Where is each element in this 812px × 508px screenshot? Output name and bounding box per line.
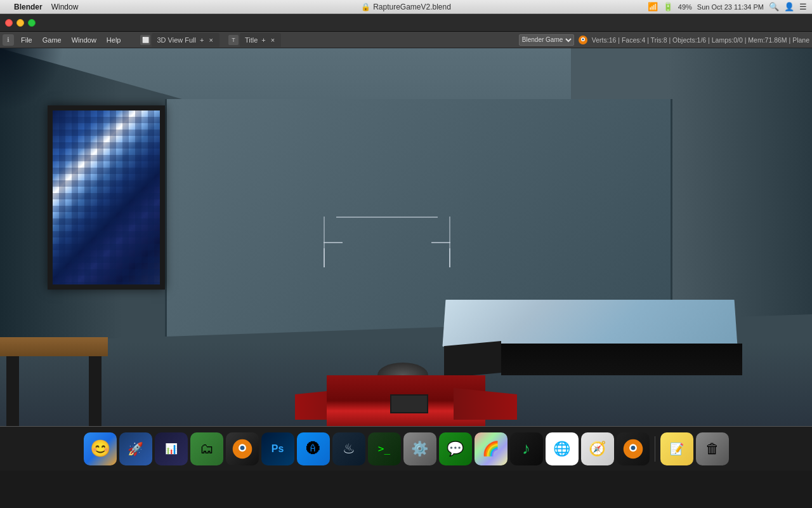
char-right-arm bbox=[454, 388, 517, 420]
area2-plus[interactable]: + bbox=[260, 36, 266, 44]
dock-blender-app[interactable] bbox=[226, 432, 259, 465]
area1-tab[interactable]: 3D View Full + × bbox=[152, 33, 219, 47]
svg-point-5 bbox=[240, 445, 244, 450]
sel-corner-bl bbox=[324, 248, 325, 267]
area2-label: Title bbox=[245, 36, 258, 44]
area2-tab[interactable]: Title + × bbox=[240, 33, 281, 47]
svg-point-8 bbox=[631, 445, 635, 450]
dock-blender2[interactable] bbox=[617, 432, 650, 465]
clock: Sun Oct 23 11:34 PM bbox=[697, 3, 764, 11]
viewport-3d[interactable] bbox=[0, 48, 812, 426]
dock-system-prefs[interactable]: ⚙️ bbox=[403, 432, 436, 465]
dock-finder[interactable]: 😊 bbox=[84, 432, 117, 465]
table-object bbox=[0, 299, 108, 426]
search-icon[interactable]: 🔍 bbox=[769, 2, 779, 11]
dock-files[interactable]: 🗂 bbox=[190, 432, 223, 465]
mac-menu-left: Blender Window bbox=[5, 3, 78, 11]
sel-corner-tl bbox=[324, 242, 343, 243]
table-surface bbox=[0, 337, 108, 356]
corner-shadow bbox=[0, 48, 63, 112]
window-menu-blender[interactable]: Window bbox=[67, 35, 101, 45]
player-character bbox=[295, 369, 517, 426]
battery-icon: 🔋 bbox=[663, 2, 673, 11]
dock-messages[interactable]: 💬 bbox=[439, 432, 472, 465]
area1-icon: ⬜ bbox=[140, 35, 150, 45]
dock-separator bbox=[655, 436, 655, 462]
area1-label: 3D View Full bbox=[157, 36, 196, 44]
dock-activity-monitor[interactable]: 📊 bbox=[155, 432, 188, 465]
table-leg-left bbox=[6, 356, 19, 426]
sel-top-edge bbox=[336, 217, 438, 218]
mac-menu-right: 📶 🔋 49% Sun Oct 23 11:34 PM 🔍 👤 ☰ bbox=[648, 2, 807, 11]
info-icon: ℹ bbox=[3, 34, 14, 46]
dock-chrome[interactable]: 🌐 bbox=[546, 432, 579, 465]
mac-titlebar: Blender Window 🔒 RaptureGameV2.blend 📶 🔋… bbox=[0, 0, 812, 14]
dock-launchpad[interactable]: 🚀 bbox=[119, 432, 152, 465]
app-name-label[interactable]: Blender bbox=[14, 3, 43, 11]
blender-stats: Verts:16 | Faces:4 | Tris:8 | Objects:1/… bbox=[592, 36, 809, 44]
list-icon[interactable]: ☰ bbox=[799, 2, 807, 11]
dock-safari[interactable]: 🧭 bbox=[581, 432, 614, 465]
dock-steam[interactable]: ♨ bbox=[332, 432, 365, 465]
bed-side-face bbox=[501, 344, 742, 375]
area2-icon: T bbox=[228, 35, 239, 45]
svg-point-2 bbox=[582, 38, 584, 40]
selection-outline bbox=[324, 217, 450, 267]
mac-dock: 😊 🚀 📊 🗂 Ps 🅐 ♨ >_ ⚙️ 💬 🌈 ♪ 🌐 🧭 📝 🗑 bbox=[0, 426, 812, 471]
engine-selector[interactable]: Blender Game bbox=[519, 34, 574, 46]
title-icon: 🔒 bbox=[361, 3, 370, 11]
table-leg-right bbox=[89, 356, 102, 426]
area1-plus[interactable]: + bbox=[199, 36, 205, 44]
window-title: RaptureGameV2.blend bbox=[373, 3, 451, 11]
battery-percent: 49% bbox=[678, 3, 692, 11]
area1-close[interactable]: × bbox=[207, 36, 214, 44]
dock-photos[interactable]: 🌈 bbox=[475, 432, 508, 465]
dock-terminal[interactable]: >_ bbox=[368, 432, 401, 465]
bed-surface bbox=[442, 300, 737, 347]
blender-menu-left: ℹ File Game Window Help ⬜ 3D View Full +… bbox=[3, 33, 518, 47]
char-detail bbox=[390, 394, 428, 413]
bed-object bbox=[444, 299, 761, 375]
sel-corner-tr bbox=[431, 242, 450, 243]
room-window-frame bbox=[48, 105, 165, 290]
dock-trash[interactable]: 🗑 bbox=[696, 432, 729, 465]
window-pixel-art bbox=[53, 110, 160, 284]
window-title-bar: 🔒 RaptureGameV2.blend bbox=[361, 3, 451, 11]
minimize-button[interactable] bbox=[16, 19, 24, 27]
area2-close[interactable]: × bbox=[270, 36, 276, 44]
dock-notes[interactable]: 📝 bbox=[660, 432, 693, 465]
window-menu[interactable]: Window bbox=[51, 3, 79, 11]
file-menu[interactable]: File bbox=[16, 35, 37, 45]
dock-photoshop[interactable]: Ps bbox=[261, 432, 294, 465]
dock-app-store[interactable]: 🅐 bbox=[297, 432, 330, 465]
user-icon[interactable]: 👤 bbox=[784, 2, 794, 11]
blender-menubar: ℹ File Game Window Help ⬜ 3D View Full +… bbox=[0, 32, 812, 48]
close-button[interactable] bbox=[5, 19, 13, 27]
blender-logo-icon bbox=[578, 35, 588, 45]
window-texture bbox=[53, 110, 160, 284]
game-menu[interactable]: Game bbox=[38, 35, 66, 45]
window-chrome bbox=[0, 14, 812, 32]
sel-corner-br bbox=[449, 248, 450, 267]
wifi-icon: 📶 bbox=[648, 2, 658, 11]
dock-spotify[interactable]: ♪ bbox=[510, 432, 543, 465]
blender-menu-right: Blender Game Verts:16 | Faces:4 | Tris:8… bbox=[519, 34, 809, 46]
help-menu[interactable]: Help bbox=[102, 35, 126, 45]
maximize-button[interactable] bbox=[28, 19, 36, 27]
